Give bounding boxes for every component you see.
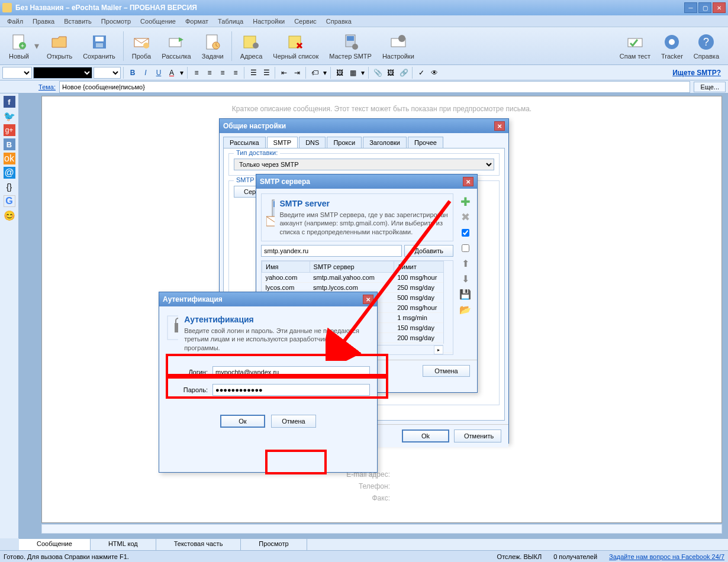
bold-icon[interactable]: B <box>127 67 138 79</box>
settings-cancel-button[interactable]: Отменить <box>454 429 501 443</box>
tab-preview[interactable]: Просмотр <box>241 539 307 550</box>
delivery-select[interactable]: Только через SMTP <box>234 159 494 170</box>
list-number-icon[interactable]: ☰ <box>247 67 259 79</box>
smtp-server-input[interactable] <box>261 245 402 257</box>
tab-headers[interactable]: Заголовки <box>363 137 407 148</box>
font-color-icon[interactable]: A <box>166 67 178 79</box>
tab-dns[interactable]: DNS <box>299 137 326 148</box>
menu-insert[interactable]: Вставить <box>59 17 96 26</box>
subject-more-button[interactable]: Еще... <box>694 82 726 92</box>
ok-icon[interactable]: ok <box>4 153 15 164</box>
new-button[interactable]: +Новый <box>4 31 34 62</box>
spam-test-button[interactable]: Спам тест <box>614 31 656 62</box>
google-plus-icon[interactable]: g+ <box>4 124 15 136</box>
menu-message[interactable]: Сообщение <box>136 17 181 26</box>
maximize-button[interactable]: ▢ <box>698 2 711 13</box>
menu-table[interactable]: Таблица <box>213 17 248 26</box>
insert-tag-icon[interactable]: 🏷 <box>309 67 321 79</box>
menu-view[interactable]: Просмотр <box>96 17 136 26</box>
col-server[interactable]: SMTP сервер <box>310 261 394 272</box>
insert-table-icon[interactable]: ▦ <box>347 67 359 79</box>
menu-help[interactable]: Справка <box>321 17 356 26</box>
smtp-add-button[interactable]: Добавить <box>404 245 453 257</box>
tab-other[interactable]: Прочее <box>408 137 443 148</box>
indent-inc-icon[interactable]: ⇥ <box>291 67 303 79</box>
settings-button[interactable]: Настройки <box>377 31 420 62</box>
table-row[interactable]: yahoo.comsmtp.mail.yahoo.com100 msg/hour <box>262 272 453 282</box>
col-name[interactable]: Имя <box>262 261 310 272</box>
help-button[interactable]: ?Справка <box>688 31 724 62</box>
smtp-close-icon[interactable]: ✕ <box>463 177 473 186</box>
preview-icon[interactable]: 👁 <box>429 67 440 79</box>
move-down-icon[interactable]: ⬇ <box>459 273 471 285</box>
smtp-wizard-button[interactable]: Мастер SMTP <box>324 31 377 62</box>
underline-icon[interactable]: U <box>153 67 165 79</box>
tab-text[interactable]: Текстовая часть <box>156 539 241 550</box>
font-family-combo[interactable] <box>33 67 92 79</box>
blacklist-button[interactable]: Черный список <box>268 31 324 62</box>
smtp-v-scrollbar[interactable] <box>443 261 453 344</box>
probe-button[interactable]: Проба <box>127 31 156 62</box>
move-up-icon[interactable]: ⬆ <box>459 257 471 269</box>
save-list-icon[interactable]: 💾 <box>459 288 471 300</box>
close-button[interactable]: ✕ <box>713 2 726 13</box>
facebook-icon[interactable]: f <box>4 96 15 108</box>
save-button[interactable]: Сохранить <box>78 31 121 62</box>
list-bullet-icon[interactable]: ☰ <box>260 67 272 79</box>
align-center-icon[interactable]: ≡ <box>204 67 215 79</box>
twitter-icon[interactable]: 🐦 <box>4 110 15 122</box>
auth-cancel-button[interactable]: Отмена <box>271 415 316 428</box>
menu-settings[interactable]: Настройки <box>248 17 289 26</box>
password-input[interactable] <box>212 384 370 396</box>
horizontal-scrollbar[interactable] <box>41 524 722 534</box>
font-color-dropdown[interactable]: ▾ <box>179 67 185 79</box>
link-icon[interactable]: 🔗 <box>398 67 410 79</box>
login-input[interactable] <box>212 366 370 378</box>
menu-service[interactable]: Сервис <box>289 17 321 26</box>
indent-dec-icon[interactable]: ⇤ <box>278 67 290 79</box>
load-list-icon[interactable]: 📂 <box>459 303 471 315</box>
uncheck-icon[interactable] <box>459 242 471 254</box>
google-icon[interactable]: G <box>4 195 15 207</box>
tab-proxy[interactable]: Прокси <box>327 137 362 148</box>
italic-icon[interactable]: I <box>140 67 152 79</box>
check-icon[interactable] <box>459 227 471 238</box>
spellcheck-icon[interactable]: ✓ <box>415 67 427 79</box>
tracker-button[interactable]: Tracker <box>656 31 688 62</box>
tab-smtp[interactable]: SMTP <box>267 137 298 148</box>
style-combo[interactable] <box>94 67 121 79</box>
menu-edit[interactable]: Правка <box>28 17 59 26</box>
addresses-button[interactable]: Адреса <box>235 31 268 62</box>
align-right-icon[interactable]: ≡ <box>217 67 228 79</box>
tasks-button[interactable]: Задачи <box>197 31 229 62</box>
insert-image-icon[interactable]: 🖼 <box>334 67 346 79</box>
menu-file[interactable]: Файл <box>2 17 28 26</box>
vk-icon[interactable]: B <box>4 138 15 150</box>
align-justify-icon[interactable]: ≡ <box>230 67 241 79</box>
tab-message[interactable]: Сообщение <box>19 539 91 550</box>
table-row[interactable]: lycos.comsmtp.lycos.com250 msg/day <box>262 282 453 292</box>
image-icon[interactable]: 🖼 <box>385 67 397 79</box>
send-button[interactable]: Рассылка <box>156 31 197 62</box>
status-fb-link[interactable]: Задайте нам вопрос на Facebook 24/7 <box>609 553 724 560</box>
attach-icon[interactable]: 📎 <box>372 67 384 79</box>
open-button[interactable]: Открыть <box>41 31 78 62</box>
subject-label[interactable]: Тема: <box>2 83 56 91</box>
table-dropdown[interactable]: ▾ <box>360 67 366 79</box>
minimize-button[interactable]: ─ <box>684 2 697 13</box>
smtp-cancel-button[interactable]: Отмена <box>423 365 470 377</box>
smtp-search-link[interactable]: Ищете SMTP? <box>672 69 726 77</box>
menu-format[interactable]: Формат <box>181 17 213 26</box>
new-dropdown[interactable]: ▾ <box>34 40 41 51</box>
settings-ok-button[interactable]: Ok <box>402 429 449 443</box>
auth-ok-button[interactable]: Ок <box>220 415 265 428</box>
tag-dropdown[interactable]: ▾ <box>322 67 328 79</box>
tab-mailing[interactable]: Рассылка <box>223 137 266 148</box>
settings-close-icon[interactable]: ✕ <box>494 121 505 131</box>
auth-close-icon[interactable]: ✕ <box>363 295 373 304</box>
tab-html[interactable]: HTML код <box>91 539 156 550</box>
add-icon[interactable]: ✚ <box>459 196 471 208</box>
font-size-combo[interactable] <box>2 67 32 79</box>
delete-icon[interactable]: ✖ <box>459 211 471 223</box>
emoji-icon[interactable]: 😊 <box>4 209 15 221</box>
